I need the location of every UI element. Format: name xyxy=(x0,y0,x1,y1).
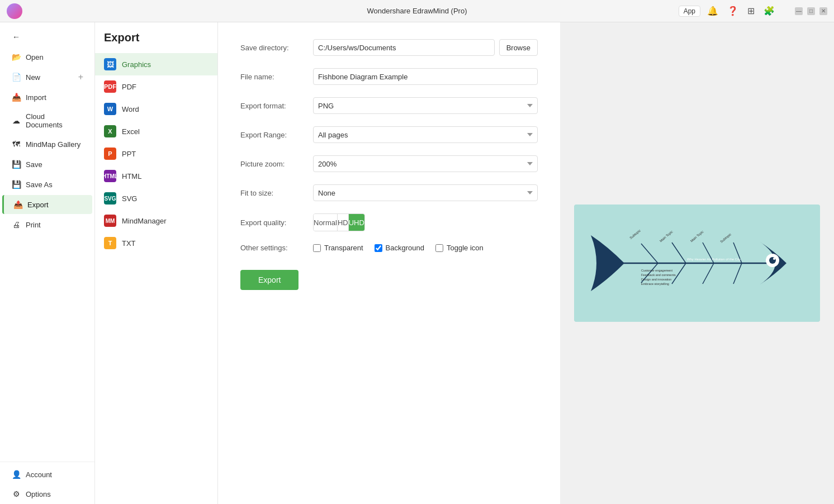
grid-icon[interactable]: ⊞ xyxy=(745,6,757,16)
export-menu-txt-label: TXT xyxy=(122,239,136,248)
sidebar-item-import[interactable]: 📥 Import xyxy=(2,88,92,107)
svg-text:Design and innovation: Design and innovation xyxy=(641,278,671,281)
sidebar-item-save[interactable]: 💾 Save xyxy=(2,155,92,174)
excel-icon: X xyxy=(104,125,116,137)
close-button[interactable]: ✕ xyxy=(819,7,827,15)
save-directory-input[interactable] xyxy=(313,39,495,56)
new-icon: 📄 xyxy=(11,72,21,82)
svg-text:Why Heavier Air Pollution of t: Why Heavier Air Pollution of the City xyxy=(687,258,741,261)
export-menu-ppt[interactable]: P PPT xyxy=(95,142,217,165)
save-directory-row: Save directory: Browse xyxy=(240,39,538,56)
sidebar-item-export[interactable]: 📤 Export xyxy=(2,195,92,214)
titlebar: Wondershare EdrawMind (Pro) App 🔔 ❓ ⊞ 🧩 … xyxy=(0,0,834,22)
import-icon: 📥 xyxy=(11,92,21,102)
sidebar-item-options[interactable]: ⚙ Options xyxy=(2,484,92,503)
help-icon[interactable]: ❓ xyxy=(725,6,741,16)
sidebar-item-cloud[interactable]: ☁ Cloud Documents xyxy=(2,108,92,134)
export-format-select[interactable]: PNG JPG BMP TIFF SVG xyxy=(313,97,538,114)
puzzle-icon[interactable]: 🧩 xyxy=(761,6,777,16)
export-menu-pdf-label: PDF xyxy=(122,83,136,91)
file-name-control xyxy=(313,68,538,85)
html-icon: HTML xyxy=(104,170,116,182)
sidebar-back-button[interactable]: ← xyxy=(2,27,92,46)
save-icon: 💾 xyxy=(11,159,21,169)
toggle-icon-checkbox[interactable] xyxy=(435,244,443,252)
sidebar-export-label: Export xyxy=(27,201,49,209)
export-panel: Export 🖼 Graphics PDF PDF W Word X Excel… xyxy=(95,22,218,504)
sidebar-item-account[interactable]: 👤 Account xyxy=(2,465,92,484)
back-icon: ← xyxy=(11,32,21,42)
export-button[interactable]: Export xyxy=(240,270,298,290)
sidebar-new-label: New xyxy=(26,73,40,82)
sidebar-item-open[interactable]: 📂 Open xyxy=(2,47,92,66)
export-range-select[interactable]: All pages Current page xyxy=(313,126,538,143)
maximize-button[interactable]: □ xyxy=(807,7,815,15)
sidebar-save-label: Save xyxy=(26,160,42,169)
sidebar-item-new[interactable]: 📄 New + xyxy=(2,68,92,87)
export-menu-mindmanager-label: MindManager xyxy=(122,217,167,225)
export-button-row: Export xyxy=(240,264,538,290)
file-name-input[interactable] xyxy=(313,68,538,85)
titlebar-controls: App 🔔 ❓ ⊞ 🧩 — □ ✕ xyxy=(679,6,827,17)
svg-text:Feedback and comments: Feedback and comments xyxy=(641,273,676,277)
sidebar: ← 📂 Open 📄 New + 📥 Import ☁ Cloud Docume… xyxy=(0,22,95,504)
toggle-icon-checkbox-label[interactable]: Toggle icon xyxy=(435,244,484,252)
export-menu-word[interactable]: W Word xyxy=(95,98,217,120)
export-menu-graphics-label: Graphics xyxy=(122,60,151,69)
file-name-row: File name: xyxy=(240,68,538,85)
cloud-icon: ☁ xyxy=(11,116,21,126)
export-icon: 📤 xyxy=(13,199,23,210)
main-layout: ← 📂 Open 📄 New + 📥 Import ☁ Cloud Docume… xyxy=(0,22,834,504)
export-menu-graphics[interactable]: 🖼 Graphics xyxy=(95,53,217,75)
toggle-icon-label: Toggle icon xyxy=(447,244,484,252)
sidebar-item-print[interactable]: 🖨 Print xyxy=(2,215,92,234)
graphics-icon: 🖼 xyxy=(104,58,116,70)
svg-point-4 xyxy=(773,258,775,260)
transparent-checkbox-label[interactable]: Transparent xyxy=(313,244,363,252)
background-checkbox[interactable] xyxy=(375,244,382,252)
sidebar-item-mindmap[interactable]: 🗺 MindMap Gallery xyxy=(2,135,92,154)
export-menu-svg[interactable]: SVG SVG xyxy=(95,187,217,210)
quality-group: Normal HD UHD xyxy=(313,213,365,231)
sidebar-account-label: Account xyxy=(26,470,52,479)
txt-icon: T xyxy=(104,237,116,249)
fit-to-size-control: None A4 A3 xyxy=(313,184,538,201)
transparent-label: Transparent xyxy=(324,244,363,252)
sidebar-print-label: Print xyxy=(26,221,41,229)
export-menu-html[interactable]: HTML HTML xyxy=(95,165,217,187)
fit-to-size-select[interactable]: None A4 A3 xyxy=(313,184,538,201)
export-menu-word-label: Word xyxy=(122,105,139,113)
notification-icon[interactable]: 🔔 xyxy=(705,6,721,16)
export-menu-pdf[interactable]: PDF PDF xyxy=(95,75,217,98)
browse-button[interactable]: Browse xyxy=(499,39,538,56)
account-icon: 👤 xyxy=(11,469,21,479)
sidebar-import-label: Import xyxy=(26,93,46,102)
quality-hd-button[interactable]: HD xyxy=(338,214,349,231)
quality-normal-button[interactable]: Normal xyxy=(314,214,338,231)
export-menu-ppt-label: PPT xyxy=(122,150,136,158)
export-menu-txt[interactable]: T TXT xyxy=(95,232,217,254)
pdf-icon: PDF xyxy=(104,80,116,93)
save-directory-label: Save directory: xyxy=(240,44,313,52)
mindmanager-icon: MM xyxy=(104,215,116,227)
export-menu-mindmanager[interactable]: MM MindManager xyxy=(95,210,217,232)
svg-text:Customer engagement: Customer engagement xyxy=(641,269,672,272)
export-menu-excel[interactable]: X Excel xyxy=(95,120,217,142)
background-checkbox-label[interactable]: Background xyxy=(375,244,424,252)
quality-uhd-button[interactable]: UHD xyxy=(349,214,364,231)
app-button[interactable]: App xyxy=(679,6,700,17)
file-name-label: File name: xyxy=(240,73,313,81)
print-icon: 🖨 xyxy=(11,220,21,230)
saveas-icon: 💾 xyxy=(11,179,21,189)
minimize-button[interactable]: — xyxy=(795,7,803,15)
sidebar-item-saveas[interactable]: 💾 Save As xyxy=(2,175,92,194)
picture-zoom-label: Picture zoom: xyxy=(240,160,313,168)
export-panel-title: Export xyxy=(95,31,217,53)
picture-zoom-select[interactable]: 100% 150% 200% 300% xyxy=(313,155,538,172)
sidebar-saveas-label: Save As xyxy=(26,180,53,189)
transparent-checkbox[interactable] xyxy=(313,244,321,252)
other-settings-row: Other settings: Transparent Background xyxy=(240,244,538,252)
ppt-icon: P xyxy=(104,148,116,160)
sidebar-mindmap-label: MindMap Gallery xyxy=(26,140,80,149)
export-range-label: Export Range: xyxy=(240,131,313,139)
